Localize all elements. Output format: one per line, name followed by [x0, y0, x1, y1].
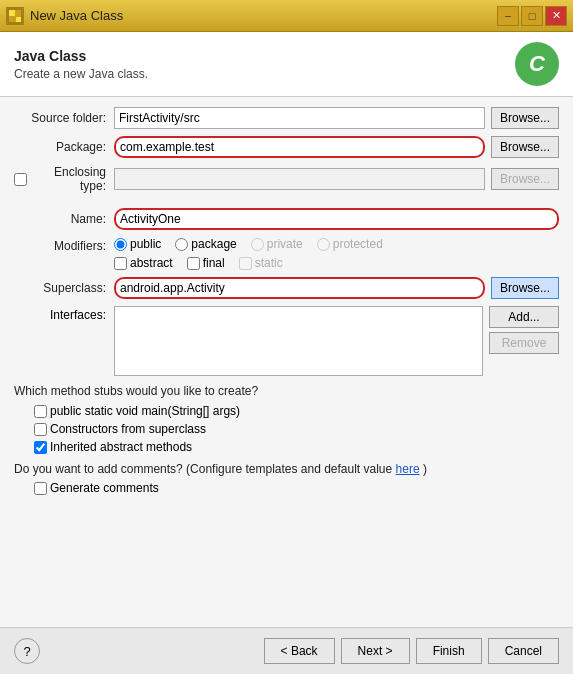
stub-main-label: public static void main(String[] args) [50, 404, 240, 418]
bottom-buttons: ? < Back Next > Finish Cancel [0, 627, 573, 674]
modifier-static-option[interactable]: static [239, 256, 283, 270]
cancel-button[interactable]: Cancel [488, 638, 559, 664]
generate-comments-option[interactable]: Generate comments [34, 481, 559, 495]
stub-constructors-checkbox[interactable] [34, 423, 47, 436]
window-title: New Java Class [30, 8, 123, 23]
stub-inherited-checkbox[interactable] [34, 441, 47, 454]
source-folder-input[interactable] [114, 107, 485, 129]
modifier-private-option[interactable]: private [251, 237, 303, 251]
dialog-content: Java Class Create a new Java class. C So… [0, 32, 573, 674]
name-label: Name: [14, 212, 114, 226]
source-folder-browse-button[interactable]: Browse... [491, 107, 559, 129]
interfaces-section: Interfaces: Add... Remove [14, 306, 559, 376]
window-icon [6, 7, 24, 25]
enclosing-type-checkbox[interactable] [14, 173, 27, 186]
source-folder-field: Browse... [114, 107, 559, 129]
modifiers-label: Modifiers: [14, 237, 114, 253]
interfaces-add-button[interactable]: Add... [489, 306, 559, 328]
comments-question: Do you want to add comments? (Configure … [14, 462, 559, 476]
package-browse-button[interactable]: Browse... [491, 136, 559, 158]
enclosing-type-field: Browse... [114, 168, 559, 190]
modifier-checks-group: abstract final static [114, 256, 383, 270]
comments-section: Do you want to add comments? (Configure … [14, 462, 559, 495]
package-input[interactable] [114, 136, 485, 158]
modifier-static-checkbox[interactable] [239, 257, 252, 270]
modifiers-row: Modifiers: public package private [14, 237, 559, 270]
header-icon: C [515, 42, 559, 86]
modifier-final-label: final [203, 256, 225, 270]
enclosing-type-label-area: Enclosing type: [14, 165, 114, 193]
maximize-button[interactable]: □ [521, 6, 543, 26]
modifier-final-option[interactable]: final [187, 256, 225, 270]
comments-suffix: ) [423, 462, 427, 476]
stub-main-option[interactable]: public static void main(String[] args) [34, 404, 559, 418]
comments-checks: Generate comments [34, 481, 559, 495]
name-field [114, 208, 559, 230]
stub-constructors-label: Constructors from superclass [50, 422, 206, 436]
modifier-public-option[interactable]: public [114, 237, 161, 251]
modifier-static-label: static [255, 256, 283, 270]
enclosing-type-label: Enclosing type: [31, 165, 106, 193]
minimize-button[interactable]: − [497, 6, 519, 26]
package-label: Package: [14, 140, 114, 154]
package-field: Browse... [114, 136, 559, 158]
superclass-input[interactable] [114, 277, 485, 299]
modifier-protected-radio[interactable] [317, 238, 330, 251]
superclass-browse-button[interactable]: Browse... [491, 277, 559, 299]
svg-rect-1 [9, 10, 15, 16]
source-folder-row: Source folder: Browse... [14, 107, 559, 129]
stubs-section: Which method stubs would you like to cre… [14, 384, 559, 454]
generate-comments-checkbox[interactable] [34, 482, 47, 495]
modifier-protected-label: protected [333, 237, 383, 251]
generate-comments-label: Generate comments [50, 481, 159, 495]
superclass-label: Superclass: [14, 281, 114, 295]
bottom-right-buttons: < Back Next > Finish Cancel [264, 638, 559, 664]
enclosing-type-browse-button[interactable]: Browse... [491, 168, 559, 190]
modifier-abstract-checkbox[interactable] [114, 257, 127, 270]
superclass-row: Superclass: Browse... [14, 277, 559, 299]
stubs-question: Which method stubs would you like to cre… [14, 384, 559, 398]
stubs-checks: public static void main(String[] args) C… [34, 404, 559, 454]
interfaces-buttons: Add... Remove [489, 306, 559, 354]
help-button[interactable]: ? [14, 638, 40, 664]
enclosing-type-row: Enclosing type: Browse... [14, 165, 559, 193]
next-button[interactable]: Next > [341, 638, 410, 664]
page-subtitle: Create a new Java class. [14, 67, 148, 81]
comments-question-text: Do you want to add comments? (Configure … [14, 462, 392, 476]
modifier-final-checkbox[interactable] [187, 257, 200, 270]
modifier-public-radio[interactable] [114, 238, 127, 251]
name-row: Name: [14, 208, 559, 230]
name-input[interactable] [114, 208, 559, 230]
modifiers-radio-group: public package private protected [114, 237, 383, 251]
window-controls: − □ ✕ [497, 6, 567, 26]
enclosing-type-input[interactable] [114, 168, 485, 190]
stub-inherited-option[interactable]: Inherited abstract methods [34, 440, 559, 454]
comments-link[interactable]: here [396, 462, 420, 476]
modifier-abstract-option[interactable]: abstract [114, 256, 173, 270]
svg-rect-2 [16, 17, 21, 22]
modifier-private-radio[interactable] [251, 238, 264, 251]
stub-main-checkbox[interactable] [34, 405, 47, 418]
interfaces-remove-button[interactable]: Remove [489, 332, 559, 354]
finish-button[interactable]: Finish [416, 638, 482, 664]
modifier-private-label: private [267, 237, 303, 251]
modifier-package-radio[interactable] [175, 238, 188, 251]
modifier-protected-option[interactable]: protected [317, 237, 383, 251]
header-section: Java Class Create a new Java class. C [0, 32, 573, 97]
superclass-field: Browse... [114, 277, 559, 299]
close-button[interactable]: ✕ [545, 6, 567, 26]
back-button[interactable]: < Back [264, 638, 335, 664]
modifier-public-label: public [130, 237, 161, 251]
modifier-package-label: package [191, 237, 236, 251]
page-title: Java Class [14, 48, 148, 64]
header-text: Java Class Create a new Java class. [14, 48, 148, 81]
form-section: Source folder: Browse... Package: Browse… [0, 97, 573, 627]
interfaces-listbox[interactable] [114, 306, 483, 376]
package-row: Package: Browse... [14, 136, 559, 158]
modifier-package-option[interactable]: package [175, 237, 236, 251]
stub-constructors-option[interactable]: Constructors from superclass [34, 422, 559, 436]
modifier-abstract-label: abstract [130, 256, 173, 270]
modifiers-group: public package private protected [114, 237, 383, 270]
title-bar: New Java Class − □ ✕ [0, 0, 573, 32]
interfaces-label: Interfaces: [14, 306, 114, 322]
